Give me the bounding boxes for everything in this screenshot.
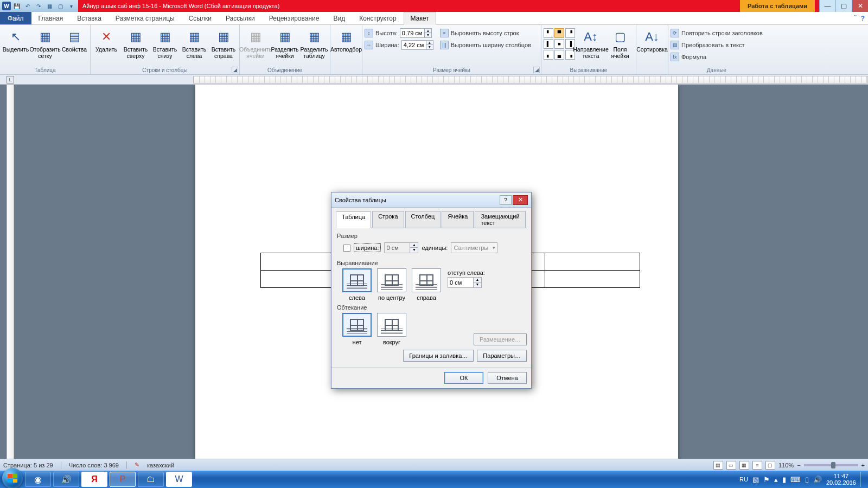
flag-icon[interactable]: ▧ bbox=[752, 476, 759, 484]
page-status[interactable]: Страница: 5 из 29 bbox=[3, 462, 53, 468]
dialog-close-icon[interactable]: ✕ bbox=[513, 195, 528, 205]
tab-mailings[interactable]: Рассылки bbox=[219, 12, 262, 24]
dialog-tab-column[interactable]: Столбец bbox=[405, 211, 441, 228]
align-tr[interactable]: ▝ bbox=[565, 28, 575, 38]
view-read-icon[interactable]: ▭ bbox=[726, 461, 736, 470]
dialog-help-icon[interactable]: ? bbox=[500, 195, 512, 205]
word-count[interactable]: Число слов: 3 969 bbox=[69, 462, 119, 468]
sound-task-icon[interactable]: 🔊 bbox=[53, 472, 79, 487]
volume-icon[interactable]: 🔊 bbox=[813, 476, 822, 484]
file-tab[interactable]: Файл bbox=[0, 12, 31, 24]
tab-review[interactable]: Рецензирование bbox=[262, 12, 327, 24]
tray-lang[interactable]: RU bbox=[739, 476, 748, 483]
cell-margins-button[interactable]: ▢Поля ячейки bbox=[607, 26, 634, 59]
align-center-option[interactable]: по центру bbox=[377, 268, 406, 301]
minimize-button[interactable]: — bbox=[819, 0, 835, 12]
show-desktop-button[interactable] bbox=[860, 472, 865, 487]
view-draft-icon[interactable]: ▢ bbox=[765, 461, 775, 470]
language-status[interactable]: казахский bbox=[147, 462, 174, 468]
width-spinner[interactable]: ▲▼ bbox=[401, 40, 433, 50]
align-bl[interactable]: ▖ bbox=[544, 50, 553, 60]
close-button[interactable]: ✕ bbox=[852, 0, 868, 12]
insert-left-button[interactable]: ▦Вставить слева bbox=[181, 26, 208, 59]
help-icon[interactable]: ? bbox=[861, 15, 865, 22]
dialog-titlebar[interactable]: Свойства таблицы ? ✕ bbox=[331, 192, 531, 208]
align-left-option[interactable]: слева bbox=[342, 268, 372, 301]
network-icon[interactable]: ▮ bbox=[782, 476, 786, 484]
dialog-tab-cell[interactable]: Ячейка bbox=[442, 211, 474, 228]
action-center-icon[interactable]: ⚑ bbox=[763, 476, 770, 484]
start-button[interactable] bbox=[2, 468, 23, 488]
view-outline-icon[interactable]: ≡ bbox=[752, 461, 762, 470]
proofing-icon[interactable]: ✎ bbox=[135, 461, 139, 468]
formula-button[interactable]: fxФормула bbox=[671, 52, 763, 62]
powerpoint-task-icon[interactable]: P bbox=[110, 472, 136, 487]
zoom-slider[interactable] bbox=[804, 464, 858, 466]
split-cells-button[interactable]: ▦Разделить ячейки bbox=[271, 26, 298, 59]
text-direction-button[interactable]: A↕Направление текста bbox=[577, 26, 604, 59]
tab-references[interactable]: Ссылки bbox=[182, 12, 219, 24]
maximize-button[interactable]: ▢ bbox=[835, 0, 852, 12]
repeat-header-button[interactable]: ⟳Повторить строки заголовков bbox=[671, 28, 763, 38]
distribute-rows-button[interactable]: ≡Выровнять высоту строк bbox=[440, 28, 531, 38]
wrap-none-option[interactable]: нет bbox=[342, 313, 372, 345]
delete-button[interactable]: ✕Удалить bbox=[93, 26, 120, 53]
view-web-icon[interactable]: ▦ bbox=[739, 461, 749, 470]
yandex-task-icon[interactable]: Я bbox=[81, 472, 107, 487]
indent-spinner[interactable]: ▲▼ bbox=[448, 277, 482, 288]
zoom-level[interactable]: 110% bbox=[778, 462, 794, 468]
word-task-icon[interactable]: W bbox=[166, 472, 192, 487]
battery-icon[interactable]: ▯ bbox=[805, 476, 809, 484]
dialog-launcher-icon[interactable]: ◢ bbox=[232, 67, 238, 73]
tab-insert[interactable]: Вставка bbox=[70, 12, 108, 24]
units-select[interactable]: Сантиметры bbox=[451, 242, 497, 253]
tab-home[interactable]: Главная bbox=[31, 12, 71, 24]
minimize-ribbon-icon[interactable]: ˇ bbox=[854, 15, 857, 22]
width-checkbox[interactable] bbox=[343, 245, 350, 252]
undo-icon[interactable]: ↶ bbox=[23, 1, 33, 11]
convert-text-button[interactable]: ▤Преобразовать в текст bbox=[671, 40, 763, 50]
align-tc[interactable]: ▀ bbox=[554, 28, 564, 38]
distribute-cols-button[interactable]: |||Выровнять ширину столбцов bbox=[440, 40, 531, 50]
insert-above-button[interactable]: ▦Вставить сверху bbox=[122, 26, 149, 59]
clock[interactable]: 11:4720.02.2016 bbox=[826, 473, 856, 486]
tab-layout[interactable]: Макет bbox=[404, 12, 436, 25]
split-table-button[interactable]: ▦Разделить таблицу bbox=[301, 26, 328, 59]
select-button[interactable]: ↖Выделить bbox=[2, 26, 29, 53]
redo-icon[interactable]: ↷ bbox=[34, 1, 43, 11]
horizontal-ruler[interactable] bbox=[193, 76, 868, 84]
insert-below-button[interactable]: ▦Вставить снизу bbox=[151, 26, 178, 59]
tab-design[interactable]: Конструктор bbox=[352, 12, 403, 24]
vertical-ruler[interactable] bbox=[7, 85, 14, 466]
borders-button[interactable]: Границы и заливка… bbox=[403, 350, 474, 362]
tab-pagelayout[interactable]: Разметка страницы bbox=[108, 12, 182, 24]
ok-button[interactable]: ОК bbox=[444, 372, 483, 384]
height-spinner[interactable]: ▲▼ bbox=[400, 28, 432, 38]
width-spinner[interactable]: ▲▼ bbox=[384, 242, 418, 253]
view-gridlines-button[interactable]: ▦Отобразить сетку bbox=[31, 26, 59, 59]
dialog-tab-row[interactable]: Строка bbox=[372, 211, 404, 228]
qat-new-icon[interactable]: ▢ bbox=[55, 1, 65, 11]
view-print-icon[interactable]: ▤ bbox=[713, 461, 723, 470]
insert-right-button[interactable]: ▦Вставить справа bbox=[210, 26, 237, 59]
properties-button[interactable]: ▤Свойства bbox=[61, 26, 88, 53]
dialog-launcher-icon[interactable]: ◢ bbox=[533, 67, 540, 73]
sort-button[interactable]: A↓Сортировка bbox=[639, 26, 666, 53]
align-right-option[interactable]: справа bbox=[412, 268, 441, 301]
zoom-in-icon[interactable]: + bbox=[861, 462, 865, 468]
align-mc[interactable]: ■ bbox=[554, 39, 564, 49]
keyboard-icon[interactable]: ⌨ bbox=[790, 476, 801, 484]
chrome-task-icon[interactable]: ◉ bbox=[25, 472, 51, 487]
align-tl[interactable]: ▘ bbox=[544, 28, 553, 38]
autofit-button[interactable]: ▦Автоподбор bbox=[333, 26, 360, 53]
save-icon[interactable]: 💾 bbox=[12, 1, 22, 11]
wrap-around-option[interactable]: вокруг bbox=[377, 313, 406, 345]
explorer-task-icon[interactable]: 🗀 bbox=[138, 472, 164, 487]
qat-icon[interactable]: ▦ bbox=[44, 1, 54, 11]
dialog-tab-table[interactable]: Таблица bbox=[336, 211, 371, 228]
tab-selector-icon[interactable]: L bbox=[7, 76, 14, 84]
dialog-tab-alttext[interactable]: Замещающий текст bbox=[475, 211, 526, 228]
cancel-button[interactable]: Отмена bbox=[488, 372, 527, 384]
qat-more-icon[interactable]: ▾ bbox=[66, 1, 76, 11]
tab-view[interactable]: Вид bbox=[326, 12, 352, 24]
